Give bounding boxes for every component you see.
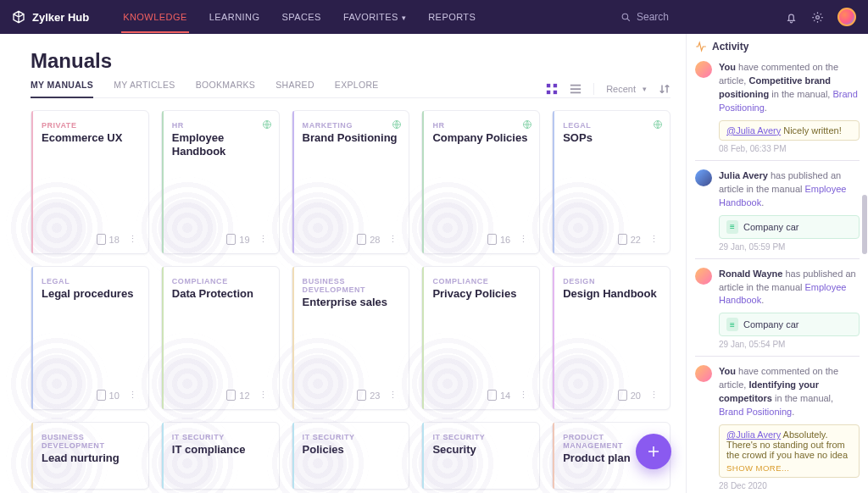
nav-learning[interactable]: LEARNING bbox=[209, 12, 260, 22]
list-view-icon[interactable] bbox=[570, 83, 581, 95]
manual-card[interactable]: IT SECURITYPolicies bbox=[292, 422, 410, 490]
main: Manuals MY MANUALSMY ARTICLESBOOKMARKSSH… bbox=[0, 34, 686, 493]
card-stripe bbox=[162, 111, 164, 253]
plus-icon bbox=[646, 444, 661, 459]
card-category: IT SECURITY bbox=[432, 433, 529, 441]
card-title: SOPs bbox=[563, 131, 659, 145]
divider bbox=[593, 83, 594, 95]
activity-item: Julia Avery has published an article in … bbox=[695, 161, 860, 259]
manual-card[interactable]: COMPLIANCEPrivacy Policies14⋮ bbox=[421, 266, 540, 410]
avatar[interactable] bbox=[837, 8, 856, 26]
card-menu-icon[interactable]: ⋮ bbox=[128, 390, 138, 401]
card-title: Legal procedures bbox=[42, 287, 138, 301]
page-icon bbox=[226, 234, 236, 245]
nav-knowledge[interactable]: KNOWLEDGE bbox=[123, 12, 186, 22]
activity-icon bbox=[695, 41, 707, 53]
card-footer: 18⋮ bbox=[42, 234, 138, 245]
card-menu-icon[interactable]: ⋮ bbox=[649, 234, 659, 245]
avatar bbox=[695, 61, 712, 78]
manual-card[interactable]: IT SECURITYIT compliance bbox=[161, 422, 280, 490]
svg-rect-4 bbox=[547, 90, 550, 93]
activity-heading: Activity bbox=[695, 41, 860, 53]
tab-explore[interactable]: EXPLORE bbox=[335, 80, 379, 97]
article-chip[interactable]: ≡Company car bbox=[719, 313, 860, 336]
create-button[interactable] bbox=[636, 434, 671, 469]
scroll-thumb[interactable] bbox=[862, 195, 867, 254]
page-icon bbox=[357, 390, 366, 401]
brand-name: Zylker Hub bbox=[32, 11, 89, 24]
card-stripe bbox=[292, 423, 294, 489]
manual-card[interactable]: IT SECURITYSecurity bbox=[421, 422, 540, 490]
tab-shared[interactable]: SHARED bbox=[275, 80, 314, 97]
scrollbar[interactable] bbox=[861, 34, 868, 493]
manual-card[interactable]: PRIVATEEcommerce UX18⋮ bbox=[31, 110, 149, 254]
globe-icon bbox=[262, 118, 272, 128]
manual-card[interactable]: BUSINESS DEVELOPMENTLead nurturing bbox=[31, 422, 149, 490]
card-menu-icon[interactable]: ⋮ bbox=[519, 390, 529, 401]
card-footer: 22⋮ bbox=[563, 234, 659, 245]
card-menu-icon[interactable]: ⋮ bbox=[259, 390, 269, 401]
page-icon bbox=[618, 390, 627, 401]
svg-rect-2 bbox=[547, 83, 550, 86]
nav-reports[interactable]: REPORTS bbox=[428, 12, 476, 22]
svg-point-0 bbox=[622, 14, 628, 19]
page-icon bbox=[487, 390, 497, 401]
card-stripe bbox=[31, 423, 33, 489]
comment-chip[interactable]: @Julia Avery Nicely written! bbox=[719, 120, 860, 141]
show-more-link[interactable]: SHOW MORE... bbox=[726, 463, 852, 473]
sort-dropdown[interactable]: Recent ▾ bbox=[606, 84, 647, 94]
card-title: Enterprise sales bbox=[303, 296, 399, 309]
manual-card[interactable]: BUSINESS DEVELOPMENTEnterprise sales23⋮ bbox=[292, 266, 410, 410]
sort-direction-icon[interactable] bbox=[659, 83, 670, 95]
card-menu-icon[interactable]: ⋮ bbox=[128, 234, 138, 245]
svg-rect-5 bbox=[554, 90, 557, 93]
nav-spaces[interactable]: SPACES bbox=[281, 12, 320, 22]
gear-icon[interactable] bbox=[811, 11, 824, 24]
activity-item: You have commented on the article, Compe… bbox=[695, 53, 860, 161]
comment-chip[interactable]: @Julia Avery Absolutely. There's no stan… bbox=[719, 424, 860, 478]
card-menu-icon[interactable]: ⋮ bbox=[259, 234, 269, 245]
manual-card[interactable]: LEGALSOPs22⋮ bbox=[552, 110, 670, 254]
card-stripe bbox=[422, 423, 424, 489]
card-category: LEGAL bbox=[563, 121, 659, 130]
search-input[interactable]: Search bbox=[620, 11, 756, 23]
card-category: IT SECURITY bbox=[303, 433, 399, 441]
tab-my-articles[interactable]: MY ARTICLES bbox=[114, 80, 175, 97]
page-count: 14 bbox=[487, 390, 510, 401]
globe-icon bbox=[522, 118, 532, 128]
bell-icon[interactable] bbox=[785, 11, 798, 24]
activity-item: Ronald Wayne has published an article in… bbox=[695, 259, 860, 357]
activity-text: You have commented on the article, Compe… bbox=[719, 61, 860, 115]
manual-card[interactable]: HRCompany Policies16⋮ bbox=[421, 110, 540, 254]
card-category: DESIGN bbox=[563, 277, 659, 285]
card-stripe bbox=[162, 423, 164, 489]
brand[interactable]: Zylker Hub bbox=[12, 10, 89, 24]
manual-card[interactable]: MARKETINGBrand Positioning28⋮ bbox=[292, 110, 410, 254]
page-count: 23 bbox=[357, 390, 380, 401]
card-menu-icon[interactable]: ⋮ bbox=[649, 390, 659, 401]
manual-card[interactable]: DESIGNDesign Handbook20⋮ bbox=[552, 266, 670, 410]
page-title: Manuals bbox=[31, 49, 670, 73]
tab-my-manuals[interactable]: MY MANUALS bbox=[31, 80, 93, 98]
manual-card[interactable]: LEGALLegal procedures10⋮ bbox=[31, 266, 149, 410]
card-stripe bbox=[31, 267, 33, 409]
card-menu-icon[interactable]: ⋮ bbox=[388, 390, 398, 401]
view-tools: Recent ▾ bbox=[546, 83, 670, 95]
page-count: 10 bbox=[97, 390, 120, 401]
activity-title: Activity bbox=[712, 41, 748, 53]
search-placeholder: Search bbox=[637, 11, 669, 23]
page-count: 20 bbox=[618, 390, 641, 401]
manual-card[interactable]: HREmployee Handbook19⋮ bbox=[161, 110, 280, 254]
nav-favorites[interactable]: FAVORITES▾ bbox=[343, 12, 406, 22]
grid-view-icon[interactable] bbox=[546, 83, 558, 95]
article-chip[interactable]: ≡Company car bbox=[719, 215, 860, 239]
card-stripe bbox=[553, 267, 554, 409]
avatar bbox=[695, 169, 712, 186]
tab-bookmarks[interactable]: BOOKMARKS bbox=[196, 80, 256, 97]
card-menu-icon[interactable]: ⋮ bbox=[519, 234, 529, 245]
card-category: COMPLIANCE bbox=[432, 277, 529, 285]
svg-point-1 bbox=[816, 15, 820, 19]
topbar: Zylker Hub KNOWLEDGELEARNINGSPACESFAVORI… bbox=[0, 0, 868, 34]
card-menu-icon[interactable]: ⋮ bbox=[388, 234, 398, 245]
manual-card[interactable]: COMPLIANCEData Protection12⋮ bbox=[161, 266, 280, 410]
